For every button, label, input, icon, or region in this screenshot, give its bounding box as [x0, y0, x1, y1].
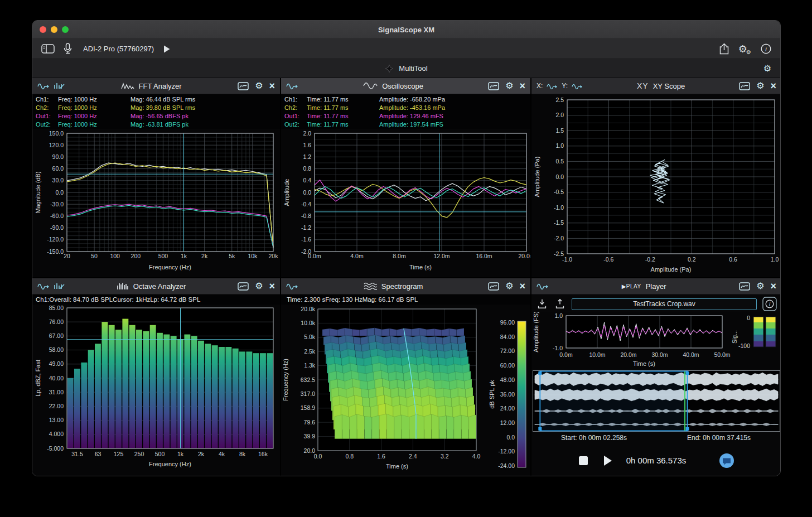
device-selector[interactable]: ADI-2 Pro (57760297) [83, 45, 154, 53]
fft-panel-header: FFT Analyzer ⚙ × [32, 78, 280, 94]
panel-settings-button[interactable]: ⚙ [255, 81, 263, 90]
chart-display-button[interactable] [488, 282, 499, 291]
chart-display-button[interactable] [488, 82, 499, 90]
signal-input-icon[interactable] [37, 282, 50, 290]
xy-glyph: XY [637, 81, 649, 90]
svg-text:2k: 2k [201, 253, 208, 259]
panel-settings-button[interactable]: ⚙ [505, 282, 513, 291]
svg-text:-100: -100 [738, 342, 750, 349]
svg-text:-24.00: -24.00 [498, 462, 515, 469]
spectrogram-chart[interactable]: 20.0k10.0k5.0k2.5k1.3k632.5317.0158.979.… [281, 305, 530, 476]
panel-close-button[interactable]: × [269, 81, 275, 91]
panel-settings-button[interactable]: ⚙ [255, 282, 263, 291]
svg-text:Amplitude (FS): Amplitude (FS) [533, 312, 539, 352]
svg-text:Time (s): Time (s) [409, 264, 432, 270]
svg-text:8.0m: 8.0m [393, 253, 406, 259]
panel-settings-button[interactable]: ⚙ [505, 81, 513, 90]
multitool-icon [385, 64, 394, 73]
import-file-button[interactable] [536, 298, 548, 310]
panel-close-button[interactable]: × [519, 81, 525, 91]
signal-input-icon[interactable] [286, 82, 298, 90]
chart-display-button[interactable] [739, 282, 750, 291]
chat-bubble-icon[interactable] [718, 452, 735, 469]
readout-row: Ch2:Freq: 1000 HzMag: 39.80 dB SPL rms [36, 104, 280, 112]
multitool-settings-button[interactable]: ⚙ [763, 63, 771, 74]
signal-input-icon[interactable] [536, 282, 549, 290]
svg-text:10k: 10k [248, 253, 258, 259]
panel-settings-button[interactable]: ⚙ [756, 282, 764, 291]
player-waveform-overview[interactable] [533, 370, 780, 432]
player-mini-chart[interactable]: 1.0-1.00.0m10.0m20.0m30.0m40.0m50.0mTime… [531, 312, 781, 369]
svg-text:120.0: 120.0 [49, 142, 64, 148]
title-bar[interactable]: SignalScope XM [32, 21, 780, 39]
measurement-config-icon[interactable] [54, 82, 65, 90]
svg-text:Amplitude (Pa): Amplitude (Pa) [534, 157, 540, 197]
svg-text:1.2: 1.2 [303, 153, 311, 160]
panel-close-button[interactable]: × [269, 281, 275, 291]
sidebar-toggle-button[interactable] [41, 44, 55, 54]
svg-text:13.00: 13.00 [49, 417, 64, 423]
oscilloscope-chart[interactable]: 2.01.61.20.80.40.0-0.4-0.8-1.2-1.6-2.00.… [281, 129, 530, 277]
svg-text:632.5: 632.5 [301, 376, 315, 383]
oscilloscope-readouts: Ch1:Time: 11.77 msAmplitude: -658.20 mPa… [281, 94, 530, 129]
stop-button[interactable] [578, 455, 589, 466]
minimize-window-button[interactable] [51, 26, 57, 33]
info-icon[interactable]: i [761, 44, 771, 54]
svg-text:-150.0: -150.0 [47, 248, 64, 255]
svg-text:12.0m: 12.0m [433, 253, 450, 259]
window-title: SignalScope XM [32, 26, 780, 34]
share-icon[interactable] [719, 43, 729, 55]
x-signal-icon[interactable] [547, 83, 558, 90]
export-file-button[interactable] [554, 298, 566, 310]
svg-text:4.0m: 4.0m [350, 253, 364, 259]
close-window-button[interactable] [40, 26, 46, 33]
multitool-bar: MultiTool ⚙ [32, 59, 780, 78]
file-info-button[interactable]: i [762, 297, 777, 311]
chart-display-button[interactable] [739, 82, 750, 90]
spectrogram-panel-header: Spectrogram ⚙ × [281, 278, 530, 294]
svg-text:63: 63 [95, 451, 102, 457]
settings-icon[interactable]: ⚙⚙ [738, 44, 747, 54]
panel-title: XY Scope [653, 82, 685, 90]
svg-text:-0.8: -0.8 [301, 212, 311, 219]
svg-text:Frequency (Hz): Frequency (Hz) [282, 359, 289, 401]
svg-text:0: 0 [747, 315, 750, 321]
y-signal-icon[interactable] [572, 83, 583, 90]
chart-display-button[interactable] [238, 82, 249, 90]
panel-close-button[interactable]: × [770, 281, 776, 291]
svg-text:100: 100 [110, 253, 120, 259]
panel-title: Spectrogram [381, 282, 423, 291]
svg-text:0.8: 0.8 [345, 453, 354, 460]
svg-text:200: 200 [131, 253, 141, 259]
readout-row: Out2:Freq: 1000 HzMag: -63.81 dBFS pk [36, 120, 280, 129]
y-source-label: Y: [562, 82, 568, 90]
play-button[interactable] [602, 455, 613, 467]
svg-text:0.0: 0.0 [314, 453, 322, 460]
loaded-file-name[interactable]: TestTracks Crop.wav [572, 298, 757, 310]
svg-text:0.0m: 0.0m [308, 253, 321, 259]
microphone-icon[interactable] [64, 43, 72, 55]
fft-chart[interactable]: 150.0120.090.060.030.00.0-30.0-60.0-90.0… [32, 129, 280, 277]
measurement-config-icon[interactable] [54, 282, 65, 290]
svg-text:4.0: 4.0 [472, 453, 481, 460]
panel-close-button[interactable]: × [770, 81, 776, 91]
svg-text:-90.0: -90.0 [50, 224, 64, 231]
run-button[interactable] [163, 45, 171, 54]
signal-input-icon[interactable] [286, 282, 298, 290]
readout-row: Out1:Time: 11.77 msAmplitude: 129.46 mFS [284, 112, 530, 120]
panel-settings-button[interactable]: ⚙ [756, 81, 764, 90]
svg-text:0.6: 0.6 [729, 256, 737, 263]
svg-text:72.00: 72.00 [500, 347, 515, 354]
panel-close-button[interactable]: × [519, 281, 525, 291]
svg-text:1.0: 1.0 [555, 142, 564, 149]
signal-input-icon[interactable] [37, 82, 50, 90]
octave-chart[interactable]: 85.0076.0067.0058.0049.0040.0031.0022.00… [32, 305, 280, 476]
xy-scope-chart[interactable]: 2.52.01.51.00.50.0-0.5-1.0-1.5-2.0-2.5-1… [531, 94, 781, 277]
readout-row: Out2:Time: 11.77 msAmplitude: 197.54 mFS [284, 120, 530, 129]
chart-display-button[interactable] [238, 282, 249, 291]
svg-text:1.6: 1.6 [377, 453, 385, 460]
oscilloscope-panel-header: Oscilloscope ⚙ × [281, 78, 530, 94]
svg-text:0.0: 0.0 [555, 173, 564, 180]
svg-text:3.2: 3.2 [441, 453, 449, 460]
zoom-window-button[interactable] [62, 26, 69, 33]
